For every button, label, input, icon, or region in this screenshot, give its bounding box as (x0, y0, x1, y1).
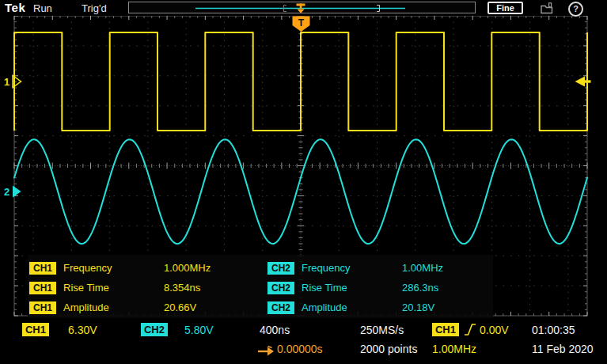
ch2-badge[interactable]: CH2 (267, 282, 294, 294)
trigger-level-arrow[interactable] (575, 77, 586, 87)
record-view-bar[interactable] (128, 2, 476, 13)
record-length: 2000 points (360, 343, 417, 355)
measurement-row: CH2 Frequency 1.00MHz (267, 258, 499, 278)
measurement-label: Frequency (63, 262, 112, 274)
measurement-label: Amplitude (63, 301, 109, 313)
ch2-scale-badge[interactable]: CH2 (141, 323, 168, 336)
ch2-measurements: CH2 Frequency 1.00MHz CH2 Rise Time 286.… (267, 258, 499, 317)
measurement-row: CH1 Frequency 1.000MHz (29, 258, 260, 278)
measurement-label: Amplitude (302, 301, 347, 313)
fine-button[interactable]: Fine (487, 2, 523, 14)
ch1-square-trace (14, 32, 587, 131)
horizontal-position-value: 0.00000s (277, 343, 323, 355)
ch1-measurements: CH1 Frequency 1.000MHz CH1 Rise Time 8.3… (29, 258, 260, 317)
top-status-bar: Tek Run Trig'd Fine ? (0, 0, 607, 16)
measurement-value: 286.3ns (402, 282, 438, 294)
ch1-badge[interactable]: CH1 (29, 262, 56, 275)
measurement-value: 20.66V (164, 301, 196, 313)
rising-edge-icon (464, 323, 476, 336)
status-bar: CH1 6.30V CH2 5.80V 400ns 250MS/s CH1 0.… (0, 319, 607, 364)
measurement-value: 1.000MHz (164, 262, 211, 274)
measurement-label: Rise Time (302, 282, 347, 294)
measurement-panel: CH1 Frequency 1.000MHz CH1 Rise Time 8.3… (28, 255, 493, 318)
file-save-icon[interactable] (541, 2, 554, 14)
acquisition-status: Run (33, 2, 52, 14)
measurement-row: CH1 Rise Time 8.354ns (29, 278, 260, 298)
oscilloscope-screen: 12T Tek Run Trig'd Fine (0, 0, 607, 364)
measurement-value: 1.00MHz (402, 262, 443, 274)
measurement-label: Frequency (302, 262, 350, 274)
ch1-badge[interactable]: CH1 (29, 301, 56, 314)
ch2-sine-trace (14, 139, 587, 244)
measurement-label: Rise Time (63, 282, 109, 294)
trigger-level-value: 0.00V (480, 324, 509, 336)
measurement-value: 8.354ns (164, 282, 200, 294)
ch2-marker-label: 2 (4, 186, 9, 198)
trigger-source-badge[interactable]: CH1 (432, 323, 459, 336)
measurement-row: CH2 Rise Time 286.3ns (267, 278, 499, 298)
ch2-badge[interactable]: CH2 (267, 301, 294, 314)
ch1-badge[interactable]: CH1 (29, 282, 56, 294)
measurement-row: CH2 Amplitude 20.18V (267, 298, 499, 317)
measurement-row: CH1 Amplitude 20.66V (29, 298, 260, 317)
sample-rate: 250MS/s (360, 324, 404, 336)
ch1-scale-value: 6.30V (68, 324, 97, 336)
trigger-level-arrow-tail (585, 80, 591, 82)
ch2-badge[interactable]: CH2 (267, 262, 294, 275)
trigger-flag-label: T (298, 17, 305, 28)
ch2-scale-value: 5.80V (184, 324, 214, 336)
horizontal-position-arrow-icon (258, 344, 275, 356)
tek-logo: Tek (5, 1, 25, 14)
clock-time: 01:00:35 (532, 324, 575, 336)
timebase-value: 400ns (260, 324, 290, 336)
date-display: 11 Feb 2020 (532, 343, 594, 355)
ch1-scale-badge[interactable]: CH1 (22, 323, 49, 336)
trigger-frequency: 1.00MHz (432, 343, 476, 355)
ch1-marker-label: 1 (4, 76, 9, 88)
trigger-status: Trig'd (82, 2, 107, 14)
help-icon[interactable]: ? (568, 2, 583, 17)
measurement-value: 20.18V (402, 301, 434, 313)
